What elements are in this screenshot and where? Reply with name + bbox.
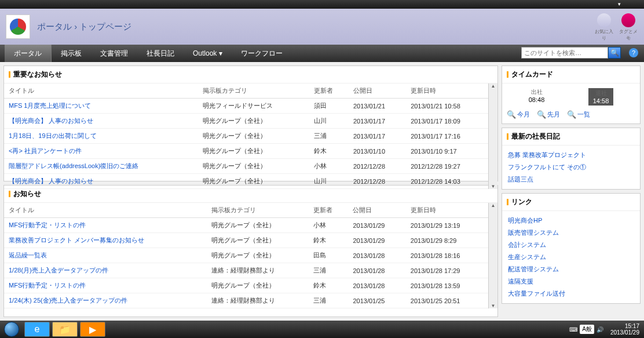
panel-header: リンク [502, 194, 640, 211]
table-row[interactable]: MFS 1月度売上処理について明光フィールドサービス須田2013/01/2120… [4, 99, 488, 114]
news-table-wrap: タイトル 掲示板カテゴリ 更新者 公開日 更新日時 MFS行動予定・リストの件明… [4, 203, 497, 308]
row-title-link[interactable]: MFS 1月度売上処理について [4, 99, 198, 114]
external-link[interactable]: 遠隔支援 [508, 275, 634, 288]
panel-news: お知らせ タイトル 掲示板カテゴリ 更新者 公開日 更新日時 MFS行動予定・リ… [3, 185, 498, 317]
diary-link[interactable]: 話題三点 [508, 173, 634, 186]
row-title-link[interactable]: 【明光商会】 人事のお知らせ [4, 174, 198, 189]
nav-documents[interactable]: 文書管理 [91, 45, 137, 62]
panel-diary: 最新の社長日記 急募 業務改革プロジェクトフランクフルトにて その①話題三点 [502, 128, 641, 190]
nav-diary[interactable]: 社長日記 [137, 45, 184, 62]
col-updater: 更新者 [309, 203, 349, 218]
breadcrumb-root[interactable]: ポータル [37, 21, 72, 31]
nav-outlook[interactable]: Outlook ▾ [184, 45, 232, 62]
taskbar-media-player[interactable]: ▶ [80, 322, 105, 337]
magnifier-icon: 🔍 [567, 110, 576, 119]
nav-portal[interactable]: ポータル [5, 45, 52, 62]
row-title-link[interactable]: 階層型アドレス帳(addressLook)復旧のご連絡 [4, 159, 198, 174]
row-title-link[interactable]: 【明光商会】 人事のお知らせ [4, 114, 198, 129]
main-area: 重要なお知らせ タイトル 掲示板カテゴリ 更新者 公開日 更新日時 MFS 1月… [0, 62, 644, 321]
window-titlebar: ▾ [0, 0, 644, 9]
windows-icon [4, 322, 19, 337]
col-title: タイトル [4, 203, 207, 218]
col-category: 掲示板カテゴリ [198, 83, 309, 99]
col-updated: 更新日時 [406, 83, 488, 99]
tray-icon[interactable]: 🔊 [597, 326, 603, 333]
main-nav: ポータル 掲示板 文書管理 社長日記 Outlook ▾ ワークフロー 🔍 ? [0, 45, 644, 62]
col-title: タイトル [4, 83, 198, 99]
magnifier-icon: 🔍 [507, 110, 516, 119]
panel-header: タイムカード [502, 66, 640, 83]
tc-list[interactable]: 🔍一覧 [567, 110, 590, 119]
col-updater: 更新者 [309, 83, 349, 99]
start-button[interactable] [0, 321, 23, 338]
news-table: タイトル 掲示板カテゴリ 更新者 公開日 更新日時 MFS行動予定・リストの件明… [4, 203, 488, 308]
row-title-link[interactable]: 1/28(月)売上入金データアップの件 [4, 263, 207, 278]
scrollbar[interactable] [488, 83, 497, 189]
table-row[interactable]: 1月18日、19日の出荷に関して明光グループ（全社）三浦2013/01/1720… [4, 129, 488, 144]
system-tray: ⌨ A般 🔊 15:17 2013/01/29 [569, 323, 644, 336]
panel-timecard: タイムカード 出社 08:48 退社 14:58 🔍今月 [502, 66, 641, 124]
tc-this-month[interactable]: 🔍今月 [507, 110, 530, 119]
clock-in: 出社 08:48 [529, 88, 545, 106]
help-button[interactable]: ? [629, 48, 638, 57]
panel-links: リンク 明光商会HP販売管理システム会計システム生産システム配送管理システム遠隔… [502, 193, 641, 304]
left-column: 重要なお知らせ タイトル 掲示板カテゴリ 更新者 公開日 更新日時 MFS 1月… [3, 66, 498, 317]
panel-header: 重要なお知らせ [4, 66, 497, 83]
row-title-link[interactable]: MFS行動予定・リストの件 [4, 278, 207, 293]
browser-content: ポータル › トップページ お気に入り タグとメモ ポータル 掲示板 文書管理 … [0, 9, 644, 321]
nav-board[interactable]: 掲示板 [52, 45, 91, 62]
breadcrumb-current: トップページ [79, 21, 131, 31]
timecard-links: 🔍今月 🔍先月 🔍一覧 [507, 110, 635, 119]
table-row[interactable]: 1/24(木) 25(金)売上入金データアップの件連絡：経理財務部より三浦201… [4, 293, 488, 308]
header-actions: お気に入り タグとメモ [594, 13, 638, 39]
col-published: 公開日 [348, 203, 405, 218]
table-row[interactable]: 業務改善プロジェクト メンバー募集のお知らせ明光グループ（全社）鈴木2013/0… [4, 233, 488, 248]
row-title-link[interactable]: 返品繰一覧表 [4, 248, 207, 263]
tc-last-month[interactable]: 🔍先月 [537, 110, 560, 119]
taskbar-ie[interactable]: e [24, 322, 50, 337]
table-row[interactable]: 1/28(月)売上入金データアップの件連絡：経理財務部より三浦2013/01/2… [4, 263, 488, 278]
row-title-link[interactable]: 1/24(木) 25(金)売上入金データアップの件 [4, 293, 207, 308]
search-input[interactable] [521, 47, 608, 59]
tags-memo-button[interactable]: タグとメモ [619, 13, 638, 39]
logo [6, 14, 30, 39]
search-icon: 🔍 [610, 49, 619, 57]
table-row[interactable]: 返品繰一覧表明光グループ（全社）田島2013/01/282013/01/28 1… [4, 248, 488, 263]
table-row[interactable]: MFS行動予定・リストの件明光グループ（全社）小林2013/01/292013/… [4, 218, 488, 233]
nav-workflow[interactable]: ワークフロー [232, 45, 292, 62]
tray-ime-icon[interactable]: ⌨ [569, 326, 577, 333]
panel-important-news: 重要なお知らせ タイトル 掲示板カテゴリ 更新者 公開日 更新日時 MFS 1月… [3, 66, 498, 181]
external-link[interactable]: 大容量ファイル送付 [508, 288, 634, 300]
scrollbar[interactable] [488, 203, 497, 308]
table-row[interactable]: 階層型アドレス帳(addressLook)復旧のご連絡明光グループ（全社）小林2… [4, 159, 488, 174]
table-row[interactable]: 【明光商会】 人事のお知らせ明光グループ（全社）山川2013/01/172013… [4, 114, 488, 129]
important-table-wrap: タイトル 掲示板カテゴリ 更新者 公開日 更新日時 MFS 1月度売上処理につい… [4, 83, 497, 189]
external-link[interactable]: 配送管理システム [508, 263, 634, 275]
search-button[interactable]: 🔍 [608, 47, 621, 59]
external-link[interactable]: 生産システム [508, 251, 634, 263]
external-link[interactable]: 会計システム [508, 239, 634, 251]
external-link[interactable]: 販売管理システム [508, 227, 634, 239]
row-title-link[interactable]: 業務改善プロジェクト メンバー募集のお知らせ [4, 233, 207, 248]
magnifier-icon: 🔍 [537, 110, 546, 119]
diary-link[interactable]: フランクフルトにて その① [508, 161, 634, 173]
titlebar-dropdown-icon[interactable]: ▾ [618, 1, 621, 7]
table-row[interactable]: <再> 社員アンケートの件明光グループ（全社）鈴木2013/01/102013/… [4, 144, 488, 159]
diary-link[interactable]: 急募 業務改革プロジェクト [508, 149, 634, 161]
table-row[interactable]: MFS行動予定・リストの件明光グループ（全社）鈴木2013/01/282013/… [4, 278, 488, 293]
col-updated: 更新日時 [406, 203, 488, 218]
table-row[interactable]: 【明光商会】 人事のお知らせ明光グループ（全社）山川2012/12/282012… [4, 174, 488, 189]
row-title-link[interactable]: <再> 社員アンケートの件 [4, 144, 198, 159]
site-search: 🔍 [521, 47, 621, 59]
external-link[interactable]: 明光商会HP [508, 215, 634, 227]
clock-out[interactable]: 退社 14:58 [588, 88, 614, 106]
breadcrumb-sep: › [74, 21, 77, 31]
row-title-link[interactable]: 1月18日、19日の出荷に関して [4, 129, 198, 144]
taskbar-clock[interactable]: 15:17 2013/01/29 [610, 323, 639, 336]
taskbar-explorer[interactable]: 📁 [52, 322, 78, 337]
ime-mode[interactable]: A般 [580, 325, 594, 334]
favorites-button[interactable]: お気に入り [594, 13, 614, 39]
row-title-link[interactable]: MFS行動予定・リストの件 [4, 218, 207, 233]
important-table: タイトル 掲示板カテゴリ 更新者 公開日 更新日時 MFS 1月度売上処理につい… [4, 83, 488, 189]
links-list: 明光商会HP販売管理システム会計システム生産システム配送管理システム遠隔支援大容… [502, 211, 640, 303]
